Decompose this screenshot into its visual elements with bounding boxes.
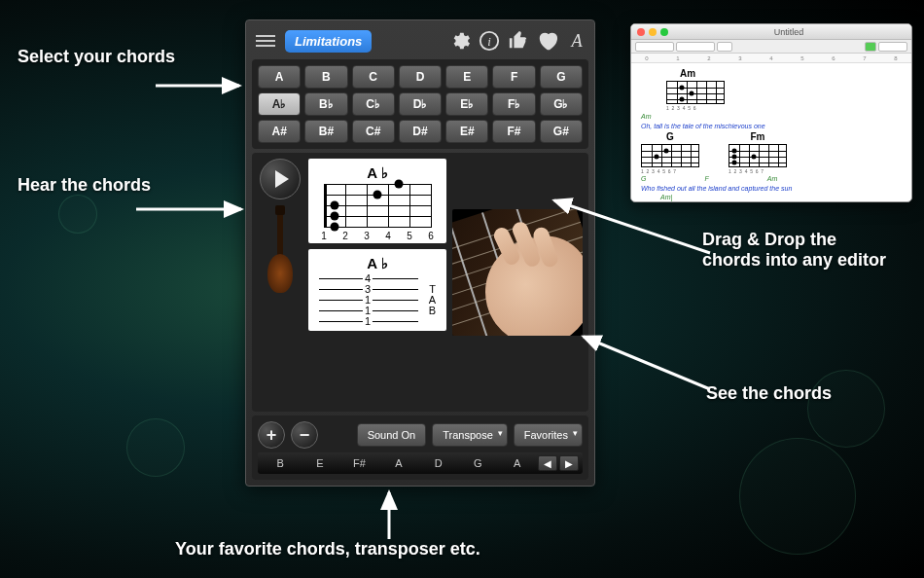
chord-button-E[interactable]: E (445, 65, 488, 89)
editor-toolbar (631, 40, 911, 54)
editor-title: Untitled (672, 27, 906, 37)
chord-button-Gsharp[interactable]: G# (540, 120, 583, 143)
favorite-note[interactable]: B (262, 457, 300, 469)
string-numbers: 1 2 3 4 5 6 7 (729, 168, 787, 175)
chord-button-Eflat[interactable]: E♭ (445, 92, 488, 116)
zoom-icon[interactable] (660, 28, 668, 36)
chord-button-Dsharp[interactable]: D# (399, 120, 442, 143)
chord-button-Csharp[interactable]: C# (352, 120, 395, 143)
favorite-note[interactable]: E (302, 457, 339, 469)
close-icon[interactable] (637, 28, 645, 36)
chord-photo[interactable] (452, 209, 583, 336)
next-button[interactable]: ▶ (559, 455, 579, 471)
chord-button-C[interactable]: C (352, 65, 395, 89)
editor-size-select[interactable] (717, 42, 732, 52)
sound-toggle-button[interactable]: Sound On (357, 423, 427, 447)
chord-display-area: A ♭ 1 (252, 153, 588, 412)
info-icon[interactable]: i (478, 29, 501, 53)
svg-line-10 (584, 337, 710, 389)
app-toolbar: Limitations i A (252, 26, 588, 55)
chord-button-F[interactable]: F (492, 65, 535, 89)
favorite-note[interactable]: A (380, 457, 418, 469)
chord-button-B[interactable]: B (304, 65, 347, 89)
chord-button-Cflat[interactable]: C♭ (352, 92, 395, 116)
tab-diagram[interactable]: A ♭ 4 3 1 1 1 T A B (308, 249, 446, 331)
svg-text:i: i (487, 35, 491, 49)
svg-text:A: A (570, 31, 583, 51)
chord-button-Bflat[interactable]: B♭ (304, 92, 347, 116)
transpose-button[interactable]: Transpose (432, 423, 508, 447)
chord-button-Fflat[interactable]: F♭ (492, 92, 535, 116)
chord-diagram[interactable]: A ♭ 1 (308, 159, 446, 243)
chord-button-A[interactable]: A (258, 65, 301, 89)
favorites-bar: BEF#ADGA◀▶ (258, 452, 583, 474)
chord-selector-grid: ABCDEFG A♭B♭C♭D♭E♭F♭G♭ A#B#C#D#E#F#G# (252, 59, 588, 149)
text-editor-window: Untitled 012345678 Am 1 2 3 4 5 6 Am Oh,… (630, 23, 912, 202)
chord-button-Aflat[interactable]: A♭ (258, 92, 301, 116)
favorite-note[interactable]: D (419, 457, 457, 469)
editor-style-select[interactable] (676, 42, 715, 52)
chord-button-Dflat[interactable]: D♭ (399, 92, 442, 116)
editor-titlebar[interactable]: Untitled (631, 24, 911, 40)
callout-dragdrop: Drag & Drop the chords into any editor (702, 230, 897, 271)
chord-name-label: A ♭ (367, 164, 387, 182)
chord-name-label: A ♭ (367, 255, 387, 272)
callout-hear: Hear the chords (18, 175, 154, 196)
chord-button-Gflat[interactable]: G♭ (540, 92, 583, 116)
menu-icon[interactable] (252, 30, 279, 52)
chord-button-Esharp[interactable]: E# (445, 120, 488, 143)
editor-content[interactable]: Am 1 2 3 4 5 6 Am Oh, tall is the tale o… (631, 63, 911, 202)
favorite-note[interactable]: G (459, 457, 497, 469)
gear-icon[interactable] (448, 29, 472, 53)
favorite-note[interactable]: A (498, 457, 536, 469)
remove-button[interactable]: − (291, 421, 318, 449)
editor-align-button[interactable] (878, 42, 907, 52)
editor-ruler: 012345678 (631, 54, 911, 63)
chord-button-D[interactable]: D (399, 65, 442, 89)
callout-favorites: Your favorite chords, transposer etc. (175, 539, 622, 560)
chord-button-Fsharp[interactable]: F# (492, 120, 535, 143)
heart-icon[interactable] (536, 29, 559, 53)
callout-see: See the chords (706, 383, 901, 404)
callout-select: Select your chords (18, 47, 183, 67)
instrument-icon[interactable] (267, 205, 293, 293)
chord-button-Bsharp[interactable]: B# (304, 120, 347, 143)
bottom-controls: + − Sound On Transpose Favorites BEF#ADG… (252, 415, 588, 480)
add-button[interactable]: + (258, 421, 285, 449)
editor-font-select[interactable] (635, 42, 674, 52)
favorites-button[interactable]: Favorites (514, 423, 583, 447)
thumbs-up-icon[interactable] (507, 29, 530, 53)
limitations-button[interactable]: Limitations (285, 30, 372, 53)
chord-button-G[interactable]: G (540, 65, 583, 89)
prev-button[interactable]: ◀ (538, 455, 557, 471)
chord-app-window: Limitations i A ABCDEFG A♭B♭C♭D♭E♭F♭G♭ A… (245, 19, 595, 487)
font-icon[interactable]: A (565, 29, 588, 53)
play-button[interactable] (260, 159, 301, 199)
minimize-icon[interactable] (649, 28, 657, 36)
favorite-note[interactable]: F# (340, 457, 378, 469)
editor-color-button[interactable] (865, 42, 876, 52)
string-numbers: 1 2 3 4 5 6 7 (641, 168, 699, 175)
chord-button-Asharp[interactable]: A# (258, 120, 301, 143)
